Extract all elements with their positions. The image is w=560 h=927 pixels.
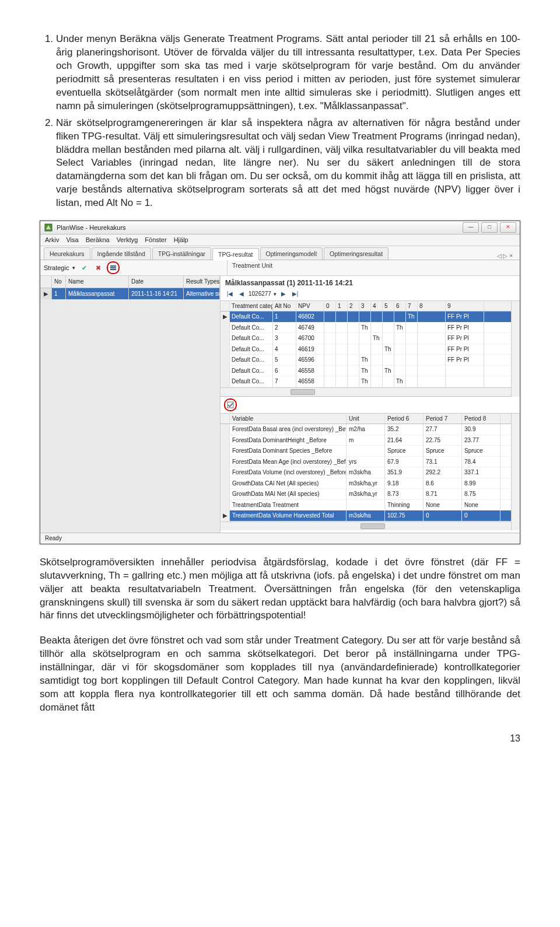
nav-prev-icon[interactable]: ◀ bbox=[237, 290, 246, 298]
tabstrip-nav[interactable]: ◁ ▷ × bbox=[497, 252, 516, 260]
app-icon bbox=[44, 223, 53, 232]
nav-dropdown-icon[interactable]: ▾ bbox=[274, 291, 276, 298]
topgrid-row[interactable]: Default Co...246749ThThFF Pr Pl bbox=[220, 323, 511, 334]
bg-hdr-variable[interactable]: Variable bbox=[230, 414, 346, 424]
close-button[interactable]: ✕ bbox=[500, 222, 516, 233]
grid-cell bbox=[406, 376, 418, 387]
menu-verktyg[interactable]: Verktyg bbox=[117, 236, 138, 244]
bg-hdr-p8[interactable]: Period 8 bbox=[462, 414, 501, 424]
grid-cell: Th bbox=[359, 355, 371, 365]
toolbar-scope-dropdown-icon[interactable]: ▾ bbox=[72, 264, 75, 271]
tab-ingaende[interactable]: Ingående tillstånd bbox=[92, 247, 151, 260]
select-variables-icon[interactable] bbox=[224, 398, 237, 411]
tg-hdr-p1[interactable]: 1 bbox=[336, 301, 348, 312]
tg-hdr-p3[interactable]: 3 bbox=[359, 301, 371, 312]
runs-hdr-date[interactable]: Date bbox=[129, 276, 184, 288]
grid-cell: FF Pr Pl bbox=[446, 355, 484, 365]
nav-first-icon[interactable]: |◀ bbox=[225, 290, 235, 298]
nav-last-icon[interactable]: ▶| bbox=[290, 290, 300, 298]
topgrid-hscroll[interactable] bbox=[220, 387, 511, 396]
botgrid-row[interactable]: ForestData Mean Age (incl overstorey) _B… bbox=[220, 457, 511, 468]
grid-cell: 67.9 bbox=[385, 457, 424, 467]
botgrid-hscroll[interactable] bbox=[220, 522, 511, 530]
tab-tpg-installningar[interactable]: TPG-inställningar bbox=[152, 247, 211, 260]
tg-hdr-p6[interactable]: 6 bbox=[394, 301, 406, 312]
grid-cell bbox=[346, 446, 385, 456]
botgrid-row[interactable]: GrowthData MAI Net (All species)m3sk/ha,… bbox=[220, 489, 511, 500]
grid-cell bbox=[418, 355, 446, 365]
bg-hdr-p7[interactable]: Period 7 bbox=[424, 414, 462, 424]
grid-cell: 8.75 bbox=[462, 489, 501, 499]
runs-row[interactable]: ▶ 1 Målklassanpassat 2011-11-16 14:21 Al… bbox=[40, 288, 220, 300]
grid-cell: FF Pr Pl bbox=[446, 312, 484, 322]
tg-hdr-p7[interactable]: 7 bbox=[406, 301, 418, 312]
botgrid-row[interactable]: ForestData DominantHeight _Beforem21.642… bbox=[220, 435, 511, 446]
menu-visa[interactable]: Visa bbox=[66, 236, 78, 244]
menu-berakna[interactable]: Beräkna bbox=[86, 236, 110, 244]
titlebar: PlanWise - Heurekakurs — □ ✕ bbox=[40, 221, 520, 235]
tg-hdr-p0[interactable]: 0 bbox=[324, 301, 336, 312]
grid-cell bbox=[348, 344, 359, 355]
runs-hdr-types[interactable]: Result Types bbox=[184, 276, 220, 288]
tab-tpg-resultat[interactable]: TPG-resultat bbox=[212, 248, 259, 260]
nav-record-id[interactable]: 1026277 bbox=[249, 290, 271, 298]
topgrid-row[interactable]: Default Co...546596ThFF Pr Pl bbox=[220, 355, 511, 366]
tab-optimeringsmodell[interactable]: Optimeringsmodell bbox=[260, 247, 323, 260]
topgrid-vscroll[interactable] bbox=[511, 301, 520, 397]
grid-cell: 21.64 bbox=[385, 435, 424, 446]
grid-cell: ForestData Mean Age (incl overstorey) _B… bbox=[230, 457, 346, 467]
tg-hdr-category[interactable]: Treatment category bbox=[230, 301, 273, 312]
topgrid-row[interactable]: Default Co...446619ThFF Pr Pl bbox=[220, 344, 511, 355]
botgrid-row[interactable]: ForestData Volume (incl overstorey) _Bef… bbox=[220, 467, 511, 478]
maximize-button[interactable]: □ bbox=[481, 222, 498, 233]
toolbar-scope-label[interactable]: Strategic bbox=[44, 264, 69, 272]
botgrid-vscroll[interactable] bbox=[511, 414, 520, 530]
grid-cell: TreatmentData Volume Harvested Total bbox=[230, 510, 346, 521]
view-treatment-programs-icon[interactable] bbox=[107, 261, 120, 274]
grid-cell: FF Pr Pl bbox=[446, 344, 484, 355]
topgrid-row[interactable]: Default Co...346700ThFF Pr Pl bbox=[220, 333, 511, 344]
grid-cell bbox=[324, 333, 336, 344]
grid-cell: 3 bbox=[273, 333, 296, 344]
topgrid-row[interactable]: ▶Default Co...146802ThFF Pr Pl bbox=[220, 312, 511, 323]
grid-cell: 78.4 bbox=[462, 457, 501, 467]
menu-fonster[interactable]: Fönster bbox=[145, 236, 166, 244]
accept-icon[interactable]: ✔ bbox=[79, 263, 89, 273]
runs-hdr-name[interactable]: Name bbox=[66, 276, 129, 288]
delete-icon[interactable]: ✖ bbox=[93, 263, 103, 273]
tg-hdr-p4[interactable]: 4 bbox=[371, 301, 383, 312]
grid-cell bbox=[371, 366, 383, 376]
tg-hdr-p8[interactable]: 8 bbox=[418, 301, 446, 312]
grid-cell: 0 bbox=[424, 510, 462, 521]
tab-optimeringsresultat[interactable]: Optimeringsresultat bbox=[324, 247, 388, 260]
grid-cell: Th bbox=[359, 376, 371, 387]
scroll-thumb[interactable] bbox=[290, 389, 315, 395]
grid-cell: TreatmentData Treatment bbox=[230, 500, 346, 510]
minimize-button[interactable]: — bbox=[463, 222, 479, 233]
nav-next-icon[interactable]: ▶ bbox=[279, 290, 288, 298]
grid-cell bbox=[359, 344, 371, 355]
tg-hdr-p9[interactable]: 9 bbox=[446, 301, 484, 312]
botgrid-row[interactable]: ▶TreatmentData Volume Harvested Totalm3s… bbox=[220, 510, 511, 522]
topgrid-row[interactable]: Default Co...646558ThTh bbox=[220, 366, 511, 377]
tg-hdr-p2[interactable]: 2 bbox=[348, 301, 359, 312]
tg-hdr-npv[interactable]: NPV bbox=[296, 301, 324, 312]
bg-hdr-unit[interactable]: Unit bbox=[346, 414, 385, 424]
runs-hdr-no[interactable]: No bbox=[52, 276, 66, 288]
scroll-thumb[interactable] bbox=[360, 523, 385, 529]
botgrid-row[interactable]: TreatmentData TreatmentThinningNoneNone bbox=[220, 500, 511, 511]
grid-cell bbox=[394, 366, 406, 376]
botgrid-row[interactable]: ForestData Basal area (incl overstorey) … bbox=[220, 424, 511, 435]
topgrid-row[interactable]: Default Co...746558ThTh bbox=[220, 376, 511, 387]
menu-arkiv[interactable]: Arkiv bbox=[45, 236, 59, 244]
grid-cell: 46749 bbox=[296, 323, 324, 333]
botgrid-row[interactable]: ForestData Dominant Species _BeforeSpruc… bbox=[220, 446, 511, 457]
botgrid-row[interactable]: GrowthData CAI Net (All species)m3sk/ha,… bbox=[220, 478, 511, 489]
paragraph-category: Beakta återigen det övre fönstret och va… bbox=[40, 634, 520, 715]
menu-hjalp[interactable]: Hjälp bbox=[174, 236, 188, 244]
grid-cell bbox=[418, 344, 446, 355]
bg-hdr-p6[interactable]: Period 6 bbox=[385, 414, 424, 424]
tab-heurekakurs[interactable]: Heurekakurs bbox=[44, 247, 90, 260]
tg-hdr-altno[interactable]: Alt No bbox=[273, 301, 296, 312]
tg-hdr-p5[interactable]: 5 bbox=[383, 301, 394, 312]
